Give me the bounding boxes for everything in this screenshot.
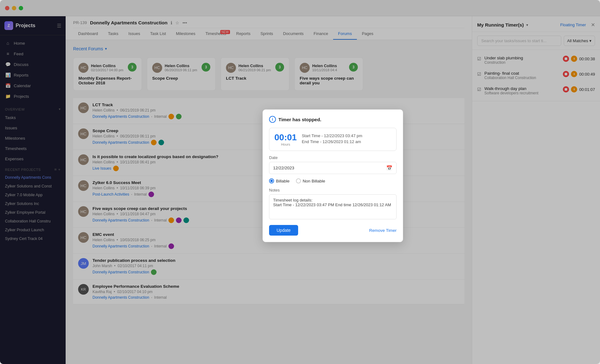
- forum-card-2[interactable]: HC Helen Collins 06/21/2019 06:21 pm 3 L…: [221, 57, 289, 91]
- info-icon[interactable]: ℹ: [171, 20, 172, 25]
- sidebar-item-home[interactable]: ⌂ Home: [0, 38, 66, 48]
- sidebar-item-discuss[interactable]: 💬 Discuss: [0, 59, 66, 70]
- task-icon: ☑: [477, 72, 481, 77]
- timer-item-info: Under slab plumbing Construction: [484, 56, 560, 65]
- recent-forums-label[interactable]: Recent Forums: [73, 46, 103, 51]
- remove-timer-button[interactable]: Remove Timer: [369, 228, 397, 233]
- project-item-zylker-employee[interactable]: Zylker Employee Portal: [0, 208, 66, 217]
- update-button[interactable]: Update: [269, 225, 298, 236]
- project-item-sydney[interactable]: Sydney Cert Track 04: [0, 234, 66, 243]
- tab-timesheets[interactable]: TimesheetsNEW: [200, 28, 231, 40]
- notes-textarea[interactable]: Timesheet log details: Start Time - 12/2…: [269, 194, 397, 219]
- tab-pages[interactable]: Pages: [357, 28, 378, 40]
- tab-finance[interactable]: Finance: [309, 28, 333, 40]
- forum-card-1[interactable]: HC Helen Collins 06/20/2019 06:11 pm 3 S…: [147, 57, 216, 91]
- billable-option[interactable]: Billable: [269, 178, 290, 183]
- discuss-icon: 💬: [5, 62, 11, 67]
- project-tag-link[interactable]: Donnelly Apartments Construction: [92, 114, 149, 119]
- sidebar-item-expenses[interactable]: Expenses: [0, 154, 66, 164]
- floating-timer-button[interactable]: Floating Timer: [560, 22, 586, 27]
- chevron-down-icon[interactable]: ▾: [526, 23, 528, 27]
- right-panel-header: My Running Timer(s) ▾ Floating Timer ✕: [472, 16, 600, 32]
- sidebar: Z Projects ☰ ⌂ Home ≡ Feed 💬 Discuss: [0, 16, 66, 364]
- project-item-donnelly[interactable]: Donnelly Apartments Cons: [0, 173, 66, 182]
- close-button[interactable]: [5, 6, 9, 10]
- app-title: Projects: [16, 23, 35, 28]
- calendar-icon: 📅: [5, 83, 11, 88]
- project-id: PR-139: [73, 20, 87, 25]
- pause-timer-button[interactable]: ⏸: [571, 86, 577, 92]
- list-item[interactable]: JM Tender publication process and select…: [73, 254, 464, 280]
- tab-sprints[interactable]: Sprints: [255, 28, 278, 40]
- tab-issues[interactable]: Issues: [123, 28, 145, 40]
- project-item-zylker-product[interactable]: Zylker Product Launch: [0, 226, 66, 234]
- minimize-button[interactable]: [12, 6, 16, 10]
- all-matches-select[interactable]: All Matches ▾: [564, 36, 595, 46]
- project-tag-link[interactable]: Donnelly Apartments Construction: [92, 244, 149, 248]
- project-item-zylker-solutions-inc[interactable]: Zylker Solutions Inc: [0, 199, 66, 208]
- sidebar-item-tasks[interactable]: Tasks: [0, 112, 66, 123]
- info-icon: i: [269, 116, 276, 123]
- list-item[interactable]: KR Employee Performance Evaluation Schem…: [73, 280, 464, 304]
- non-billable-option[interactable]: Non Billable: [296, 178, 325, 183]
- recent-forums-chevron-icon[interactable]: ▾: [105, 47, 107, 51]
- sidebar-item-projects[interactable]: 📁 Projects: [0, 91, 66, 102]
- tab-milestones[interactable]: Milestones: [171, 28, 200, 40]
- forum-card-3[interactable]: HC Helen Collins 10/11/2018 04:4 3 Five …: [294, 57, 363, 91]
- radio-non-billable[interactable]: [296, 178, 301, 183]
- popup-title: Timer has stopped.: [278, 117, 321, 122]
- project-tag-link[interactable]: Donnelly Apartments Construction: [92, 140, 149, 145]
- tab-task-list[interactable]: Task List: [145, 28, 171, 40]
- card-title: LCT Track: [226, 76, 284, 81]
- timer-items-list: ☑ Under slab plumbing Construction ⏸ 00:…: [472, 50, 600, 101]
- project-tag-link[interactable]: Donnelly Apartments Construction: [92, 270, 149, 274]
- date-input-row: 12/22/2023 📅: [269, 162, 397, 174]
- sidebar-item-reports[interactable]: 📊 Reports: [0, 70, 66, 80]
- sidebar-item-calendar[interactable]: 📅 Calendar: [0, 80, 66, 91]
- app-window: Z Projects ☰ ⌂ Home ≡ Feed 💬 Discuss: [0, 0, 600, 364]
- sidebar-item-feed[interactable]: ≡ Feed: [0, 48, 66, 59]
- stop-timer-button[interactable]: [563, 71, 569, 77]
- timer-task-name: Painting- final coat: [484, 71, 560, 76]
- pause-timer-button[interactable]: ⏸: [571, 71, 577, 77]
- radio-billable[interactable]: [269, 178, 274, 183]
- tag-avatar: [183, 217, 189, 223]
- stop-timer-button[interactable]: [563, 56, 569, 62]
- tag-internal: Internal: [134, 192, 147, 197]
- close-panel-icon[interactable]: ✕: [591, 22, 595, 28]
- project-tag-link[interactable]: Donnelly Apartments Construction: [92, 295, 149, 300]
- project-item-collaboration[interactable]: Collaboration Hall Constru: [0, 217, 66, 226]
- project-tag-link[interactable]: Post-Launch Activities: [92, 192, 129, 197]
- stop-timer-button[interactable]: [563, 86, 569, 92]
- pause-timer-button[interactable]: ⏸: [571, 56, 577, 62]
- maximize-button[interactable]: [19, 6, 23, 10]
- tab-tasks[interactable]: Tasks: [103, 28, 123, 40]
- tab-dashboard[interactable]: Dashboard: [73, 28, 103, 40]
- card-votes: 3: [275, 63, 284, 72]
- sidebar-item-issues[interactable]: Issues: [0, 123, 66, 133]
- project-item-zylker-mobile[interactable]: Zylker 7.0 Mobile App: [0, 191, 66, 199]
- timer-hours-display: 00:01 Hours: [274, 132, 297, 146]
- timesheets-badge: NEW: [220, 30, 230, 34]
- tab-forums[interactable]: Forums: [333, 28, 357, 40]
- tag-avatar: [151, 140, 157, 145]
- tab-documents[interactable]: Documents: [278, 28, 309, 40]
- calendar-icon[interactable]: 📅: [386, 165, 392, 171]
- project-item-zylker-solutions[interactable]: Zylker Solutions and Const: [0, 182, 66, 191]
- project-tag-link[interactable]: Donnelly Apartments Construction: [92, 218, 149, 222]
- overview-chevron-icon: ▾: [59, 107, 61, 111]
- sidebar-item-milestones[interactable]: Milestones: [0, 133, 66, 143]
- sidebar-item-timesheets[interactable]: Timesheets: [0, 143, 66, 154]
- task-icon: ☑: [477, 56, 481, 61]
- timesheets-label: Timesheets: [5, 146, 27, 151]
- task-icon: ☑: [477, 87, 481, 92]
- task-search-input[interactable]: [477, 36, 561, 46]
- tasks-label: Tasks: [5, 115, 16, 120]
- forum-card-0[interactable]: HC Helen Collins 02/10/2017 04:00 pm 3 M…: [73, 57, 142, 91]
- tab-reports[interactable]: Reports: [231, 28, 256, 40]
- menu-icon[interactable]: ☰: [57, 23, 61, 29]
- star-icon[interactable]: ☆: [175, 20, 179, 25]
- more-icon[interactable]: •••: [182, 20, 187, 25]
- timer-hours-value: 00:01: [274, 132, 297, 142]
- live-issues-link[interactable]: Live Issues: [92, 166, 111, 171]
